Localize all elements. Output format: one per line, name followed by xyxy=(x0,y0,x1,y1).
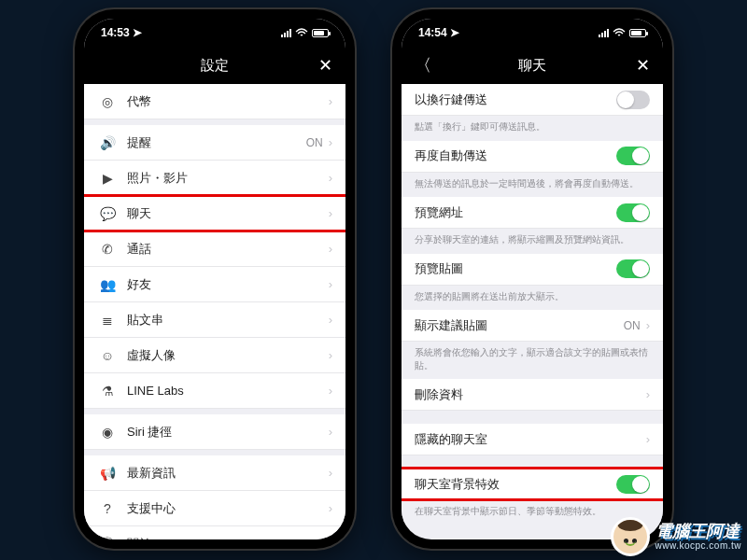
settings-row-video[interactable]: ▶照片・影片› xyxy=(84,161,345,196)
chevron-right-icon: › xyxy=(329,348,332,362)
watermark-url: www.kocpc.com.tw xyxy=(655,541,741,551)
row-label: 貼文串 xyxy=(127,312,329,329)
coin-icon: ◎ xyxy=(97,94,118,109)
settings-list[interactable]: ◎代幣›🔊提醒ON›▶照片・影片›💬聊天›✆通話›👥好友›≣貼文串›☺虛擬人像›… xyxy=(84,84,345,539)
toggle-switch[interactable] xyxy=(616,475,650,494)
avatar-icon: ☺ xyxy=(97,348,118,363)
row-label: 支援中心 xyxy=(127,500,329,517)
row-label: 提醒 xyxy=(127,134,306,151)
row-description: 系統將會依您輸入的文字，顯示適合該文字的貼圖或表情貼。 xyxy=(402,342,663,379)
location-icon: ➤ xyxy=(450,26,459,39)
wifi-icon xyxy=(613,28,626,37)
settings-row-coin[interactable]: ◎代幣› xyxy=(84,84,345,119)
toggle-switch[interactable] xyxy=(616,147,650,165)
chevron-right-icon: › xyxy=(329,384,332,398)
row-label: 聊天室背景特效 xyxy=(415,476,616,493)
chevron-right-icon: › xyxy=(329,425,332,439)
row-label: 再度自動傳送 xyxy=(415,147,616,164)
settings-row-announce[interactable]: 📢最新資訊› xyxy=(84,455,345,491)
settings-row-info[interactable]: ⓘ關於LINE› xyxy=(84,526,345,539)
chevron-right-icon: › xyxy=(329,135,332,149)
cellular-icon xyxy=(599,29,609,37)
row-description: 您選擇的貼圖將在送出前放大顯示。 xyxy=(402,286,663,311)
row-label: 代幣 xyxy=(127,93,329,110)
row-description: 點選「換行」鍵即可傳送訊息。 xyxy=(402,116,663,141)
chevron-right-icon: › xyxy=(329,277,332,291)
chevron-right-icon: › xyxy=(329,171,332,185)
chat-settings-list[interactable]: 以換行鍵傳送點選「換行」鍵即可傳送訊息。再度自動傳送無法傳送的訊息於一定時間過後… xyxy=(402,84,663,539)
chat-icon: 💬 xyxy=(97,206,118,221)
toggle-switch[interactable] xyxy=(616,203,650,222)
chevron-right-icon: › xyxy=(646,432,650,446)
row-label: 關於LINE xyxy=(127,536,329,540)
nav-bar: 設定 ✕ xyxy=(84,47,345,84)
settings-row-help[interactable]: ?支援中心› xyxy=(84,491,345,526)
row-label: 最新資訊 xyxy=(127,465,329,482)
battery-icon xyxy=(312,29,329,37)
chat-setting-row[interactable]: 預覽網址 xyxy=(402,197,663,229)
back-button[interactable]: 〈 xyxy=(415,54,431,77)
flask-icon: ⚗ xyxy=(97,384,118,399)
settings-row-flask[interactable]: ⚗LINE Labs› xyxy=(84,373,345,409)
mascot-icon xyxy=(611,517,650,556)
row-label: 通話 xyxy=(127,241,329,258)
row-description: 無法傳送的訊息於一定時間過後，將會再度自動傳送。 xyxy=(402,173,663,198)
toggle-switch[interactable] xyxy=(616,91,650,109)
cellular-icon xyxy=(281,29,291,37)
chat-setting-row[interactable]: 以換行鍵傳送 xyxy=(402,84,663,116)
status-time: 14:53 xyxy=(101,26,130,39)
chevron-right-icon: › xyxy=(329,242,332,256)
settings-row-timeline[interactable]: ≣貼文串› xyxy=(84,302,345,338)
location-icon: ➤ xyxy=(133,26,142,39)
page-title: 聊天 xyxy=(518,57,546,75)
chat-setting-row[interactable]: 聊天室背景特效 xyxy=(402,469,663,500)
row-label: 刪除資料 xyxy=(415,386,646,403)
battery-icon xyxy=(629,29,646,37)
settings-row-siri[interactable]: ◉Siri 捷徑› xyxy=(84,414,345,450)
row-label: LINE Labs xyxy=(127,384,329,398)
notch xyxy=(154,9,275,30)
chevron-right-icon: › xyxy=(329,94,332,108)
watermark: 電腦王阿達 www.kocpc.com.tw xyxy=(611,517,741,556)
chat-setting-row[interactable]: 再度自動傳送 xyxy=(402,141,663,173)
chevron-right-icon: › xyxy=(329,466,332,480)
chat-setting-row[interactable]: 刪除資料› xyxy=(402,379,663,411)
chat-setting-row[interactable]: 顯示建議貼圖ON› xyxy=(402,310,663,342)
help-icon: ? xyxy=(97,501,118,516)
row-label: 預覽網址 xyxy=(415,204,616,221)
video-icon: ▶ xyxy=(97,171,118,186)
wifi-icon xyxy=(295,28,308,37)
phone-icon: ✆ xyxy=(97,242,118,257)
settings-row-friend[interactable]: 👥好友› xyxy=(84,267,345,302)
close-button[interactable]: ✕ xyxy=(636,55,650,76)
settings-row-phone[interactable]: ✆通話› xyxy=(84,231,345,267)
chat-setting-row[interactable]: 預覽貼圖 xyxy=(402,254,663,286)
settings-row-chat[interactable]: 💬聊天› xyxy=(84,196,345,231)
row-label: 好友 xyxy=(127,276,329,293)
chat-setting-row[interactable]: 隱藏的聊天室› xyxy=(402,424,663,455)
page-title: 設定 xyxy=(201,57,229,75)
watermark-title: 電腦王阿達 xyxy=(655,523,741,539)
phone-left: 14:53 ➤ 設定 ✕ ◎代幣›🔊提醒ON›▶照片・影片›💬聊天›✆通話›👥好… xyxy=(75,9,355,549)
row-label: 以換行鍵傳送 xyxy=(415,91,616,108)
siri-icon: ◉ xyxy=(97,425,118,440)
settings-row-avatar[interactable]: ☺虛擬人像› xyxy=(84,338,345,373)
close-button[interactable]: ✕ xyxy=(318,55,332,76)
chevron-right-icon: › xyxy=(329,313,332,327)
chevron-right-icon: › xyxy=(646,318,650,332)
nav-bar: 〈 聊天 ✕ xyxy=(402,47,663,84)
row-label: 顯示建議貼圖 xyxy=(415,317,624,334)
announce-icon: 📢 xyxy=(97,466,118,481)
chevron-right-icon: › xyxy=(329,537,332,539)
info-icon: ⓘ xyxy=(97,536,118,540)
row-value: ON xyxy=(306,136,323,149)
row-label: Siri 捷徑 xyxy=(127,424,329,441)
settings-row-speaker[interactable]: 🔊提醒ON› xyxy=(84,125,345,161)
row-label: 照片・影片 xyxy=(127,170,329,187)
notch xyxy=(472,9,593,30)
row-label: 預覽貼圖 xyxy=(415,260,616,277)
phone-right: 14:54 ➤ 〈 聊天 ✕ 以換行鍵傳送點選「換行」鍵即可傳送訊息。再度自動傳… xyxy=(392,9,672,549)
timeline-icon: ≣ xyxy=(97,313,118,328)
row-value: ON xyxy=(624,319,641,332)
toggle-switch[interactable] xyxy=(616,259,650,278)
